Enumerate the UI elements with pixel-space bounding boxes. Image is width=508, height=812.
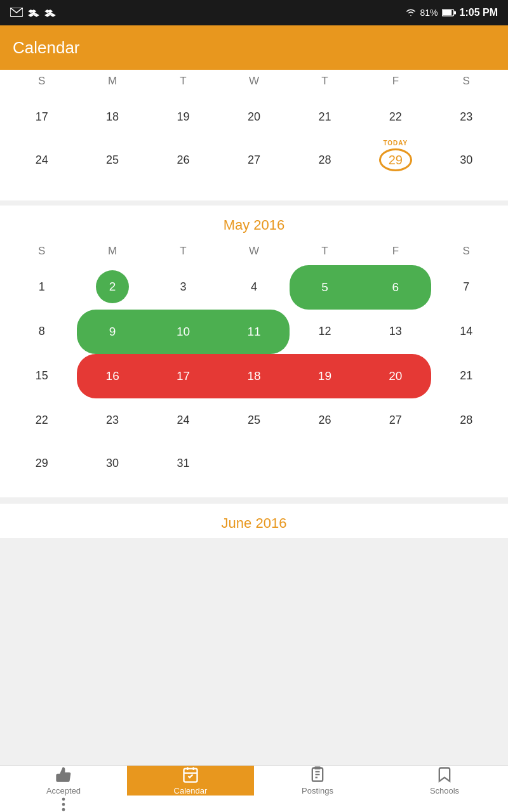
svg-point-25 [62, 808, 65, 811]
day-header-f1: F [360, 70, 431, 93]
june-month-header: June 2016 [0, 504, 508, 538]
may-17[interactable]: 17 [148, 354, 218, 398]
april-21[interactable]: 21 [290, 95, 360, 138]
may-10[interactable]: 10 [148, 310, 218, 354]
may-6-event: 6 [360, 265, 431, 310]
may-9[interactable]: 9 [77, 310, 147, 354]
time-display: 1:05 PM [460, 7, 498, 18]
may-19-event: 19 [290, 354, 360, 398]
nav-calendar[interactable]: Calendar [127, 766, 254, 796]
nav-accepted-label: Accepted [46, 786, 81, 796]
page-title: Calendar [13, 38, 80, 58]
may-1[interactable]: 1 [6, 265, 77, 308]
may-20[interactable]: 20 [360, 354, 431, 398]
april-25[interactable]: 25 [77, 138, 147, 181]
day-header-t1: T [148, 70, 218, 93]
april-23[interactable]: 23 [431, 95, 502, 138]
nav-more[interactable]: More [0, 796, 127, 812]
day-header-s2: S [431, 70, 502, 93]
may-6[interactable]: 6 [360, 265, 431, 310]
may-empty1 [218, 442, 289, 485]
april-24[interactable]: 24 [6, 138, 77, 181]
may-11[interactable]: 11 [218, 310, 289, 354]
nav-postings[interactable]: Postings [254, 766, 381, 796]
april-26[interactable]: 26 [148, 138, 218, 181]
day-header-t2: T [290, 70, 360, 93]
status-icons [10, 8, 56, 18]
may-5-event: 5 [290, 265, 360, 310]
calendar-icon [182, 766, 199, 783]
may-empty4 [431, 442, 502, 485]
may-18[interactable]: 18 [218, 354, 289, 398]
may-25[interactable]: 25 [218, 398, 289, 442]
svg-rect-22 [314, 766, 320, 769]
mail-icon [10, 8, 23, 18]
april-17[interactable]: 17 [6, 95, 77, 138]
dropbox2-icon [44, 8, 56, 18]
june-calendar-section: June 2016 [0, 504, 508, 538]
may-14[interactable]: 14 [431, 310, 502, 353]
day-header-w1: W [218, 70, 289, 93]
nav-accepted[interactable]: Accepted [0, 766, 127, 796]
day-header-s1: S [6, 70, 77, 93]
april-30[interactable]: 30 [431, 138, 502, 181]
nav-calendar-label: Calendar [174, 786, 208, 796]
today-circle: 29 [379, 148, 412, 171]
status-right: 81% 1:05 PM [405, 7, 498, 18]
bookmark-icon [436, 766, 453, 783]
april-29-today[interactable]: TODAY 29 [360, 138, 431, 181]
april-grid: 17 18 19 20 21 22 23 24 25 26 27 28 TODA… [0, 95, 508, 194]
may-18-event: 18 [218, 354, 289, 398]
may-12[interactable]: 12 [290, 310, 360, 353]
april-22[interactable]: 22 [360, 95, 431, 138]
may-30[interactable]: 30 [77, 442, 147, 485]
dropbox-icon [28, 8, 39, 18]
may-13[interactable]: 13 [360, 310, 431, 353]
may-11-event: 11 [218, 310, 289, 354]
svg-point-23 [62, 798, 65, 801]
may-20-event: 20 [360, 354, 431, 398]
may-19[interactable]: 19 [290, 354, 360, 398]
may-8[interactable]: 8 [6, 310, 77, 353]
may-28[interactable]: 28 [431, 398, 502, 442]
may-2[interactable]: 2 [77, 265, 147, 308]
april-20[interactable]: 20 [218, 95, 289, 138]
day-header-m1: M [77, 70, 147, 93]
svg-point-24 [62, 803, 65, 806]
may-7[interactable]: 7 [431, 265, 502, 308]
nav-schools[interactable]: Schools [381, 766, 508, 796]
may-27[interactable]: 27 [360, 398, 431, 442]
svg-rect-12 [442, 10, 451, 15]
may-16[interactable]: 16 [77, 354, 147, 398]
april-28[interactable]: 28 [290, 138, 360, 181]
clipboard-icon [309, 766, 326, 783]
may-31[interactable]: 31 [148, 442, 218, 485]
may-month-header: May 2016 [0, 206, 508, 240]
svg-rect-14 [184, 769, 197, 782]
may-calendar-section: May 2016 S M T W T F S 1 2 3 4 5 6 7 8 9… [0, 206, 508, 497]
april-calendar-section: S M T W T F S 17 18 19 20 21 22 23 24 25… [0, 70, 508, 200]
may-15[interactable]: 15 [6, 354, 77, 397]
battery-icon [442, 9, 456, 16]
thumbs-up-icon [55, 766, 72, 783]
may-day-headers: S M T W T F S [0, 240, 508, 263]
may-22[interactable]: 22 [6, 398, 77, 442]
may-24[interactable]: 24 [148, 398, 218, 442]
may-26[interactable]: 26 [290, 398, 360, 442]
may-29[interactable]: 29 [6, 442, 77, 485]
april-19[interactable]: 19 [148, 95, 218, 138]
may-empty3 [360, 442, 431, 485]
may-23[interactable]: 23 [77, 398, 147, 442]
may-4[interactable]: 4 [218, 265, 289, 308]
may-5[interactable]: 5 [290, 265, 360, 310]
april-18[interactable]: 18 [77, 95, 147, 138]
svg-rect-13 [453, 11, 455, 14]
status-bar: 81% 1:05 PM [0, 0, 508, 25]
may-3[interactable]: 3 [148, 265, 218, 308]
nav-schools-label: Schools [430, 786, 459, 796]
april-27[interactable]: 27 [218, 138, 289, 181]
more-dots-icon [55, 796, 72, 812]
april-day-headers: S M T W T F S [0, 70, 508, 93]
may-empty2 [290, 442, 360, 485]
may-21[interactable]: 21 [431, 354, 502, 397]
